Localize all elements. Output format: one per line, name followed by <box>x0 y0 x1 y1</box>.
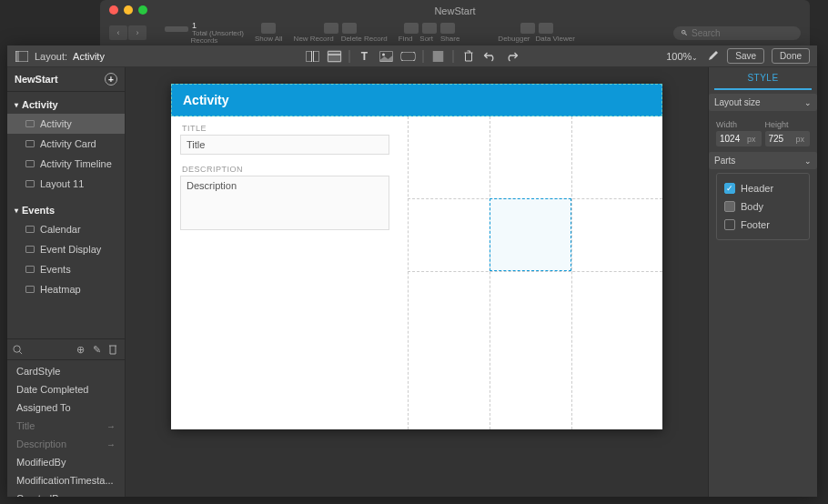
checkbox-icon[interactable]: ✓ <box>724 183 735 194</box>
save-button[interactable]: Save <box>727 48 764 64</box>
checkbox-icon[interactable] <box>724 201 735 212</box>
header-title: Activity <box>183 93 229 107</box>
unit-label: px <box>796 135 805 144</box>
zoom-level[interactable]: 100%⌄ <box>666 51 698 62</box>
sidebar-item-heatmap[interactable]: Heatmap <box>7 279 125 299</box>
svg-rect-1 <box>15 51 19 62</box>
layout-size-section[interactable]: Layout size ⌄ <box>709 94 817 111</box>
layout-group-events[interactable]: ▾ Events <box>7 201 125 219</box>
svg-rect-8 <box>401 52 416 61</box>
field-item[interactable]: Title→ <box>7 417 125 435</box>
layouts-sidebar: NewStart + ▾ Activity Activity Activity … <box>7 67 126 497</box>
redo-icon[interactable] <box>505 50 520 63</box>
layout-body-part[interactable]: TITLE Title DESCRIPTION Description <box>171 116 662 429</box>
button-tool-icon[interactable] <box>401 50 416 63</box>
undo-icon[interactable] <box>483 50 498 63</box>
description-field[interactable]: Description <box>180 176 389 230</box>
field-item[interactable]: CreatedBy <box>7 489 125 497</box>
group-label: Events <box>22 205 55 216</box>
minimize-window-icon[interactable] <box>124 5 133 15</box>
record-slider[interactable] <box>165 26 188 32</box>
part-checkbox-row[interactable]: ✓Header <box>722 179 803 197</box>
share-icon[interactable] <box>440 23 455 34</box>
layout-canvas[interactable]: Activity TITLE Title DESCRIPTION Descrip… <box>171 84 662 429</box>
canvas-area[interactable]: Activity TITLE Title DESCRIPTION Descrip… <box>126 67 708 497</box>
part-checkbox-row[interactable]: Footer <box>722 216 803 234</box>
layout-icon <box>25 140 35 147</box>
fields-search[interactable] <box>13 345 70 355</box>
sidebar-title: NewStart <box>15 74 58 85</box>
sidebar-item-layout-11[interactable]: Layout 11 <box>7 174 125 194</box>
delete-field-icon[interactable] <box>106 343 119 356</box>
sidebar-item-activity[interactable]: Activity <box>7 114 125 134</box>
layout-group-activity[interactable]: ▾ Activity <box>7 96 125 114</box>
title-label: TITLE <box>182 124 207 133</box>
view-layout-icon[interactable] <box>328 50 342 63</box>
fields-panel: ⊕ ✎ CardStyleDate CompletedAssigned ToTi… <box>7 338 125 497</box>
width-label: Width <box>716 120 762 129</box>
section-label: Layout size <box>714 97 761 107</box>
field-item[interactable]: Description→ <box>7 435 125 453</box>
svg-rect-4 <box>328 51 341 62</box>
data-viewer-icon[interactable] <box>539 23 553 34</box>
svg-rect-9 <box>433 51 444 62</box>
add-layout-button[interactable]: + <box>105 73 117 86</box>
background-window: NewStart ‹ › 1 Total (Unsorted) Records … <box>100 0 810 45</box>
sidebar-item-activity-card[interactable]: Activity Card <box>7 134 125 154</box>
svg-line-11 <box>19 351 22 354</box>
divider <box>423 50 424 63</box>
width-input-wrap[interactable]: px <box>716 131 762 146</box>
find-icon[interactable] <box>404 23 419 34</box>
text-tool-icon[interactable]: T <box>358 50 372 63</box>
sidebar-item-calendar[interactable]: Calendar <box>7 219 125 239</box>
delete-icon[interactable] <box>461 50 476 63</box>
divider <box>453 50 454 63</box>
forward-button[interactable]: › <box>128 25 146 40</box>
field-label: Title <box>16 420 35 431</box>
done-button[interactable]: Done <box>772 48 810 64</box>
sidebar-item-events[interactable]: Events <box>7 259 125 279</box>
chevron-down-icon: ▾ <box>15 207 18 215</box>
field-label: ModifiedBy <box>16 457 66 468</box>
part-checkbox-row[interactable]: Body <box>722 197 803 216</box>
arrow-right-icon: → <box>106 439 116 449</box>
debugger-icon[interactable] <box>520 23 535 34</box>
height-input-wrap[interactable]: px <box>765 131 811 146</box>
field-item[interactable]: ModificationTimesta... <box>7 471 125 489</box>
field-item[interactable]: Date Completed <box>7 380 125 398</box>
edit-field-icon[interactable]: ✎ <box>90 343 103 356</box>
bg-search-input[interactable] <box>692 28 793 38</box>
show-all-icon[interactable] <box>261 23 276 34</box>
new-record-icon[interactable] <box>324 23 338 34</box>
checkbox-icon[interactable] <box>724 219 735 230</box>
parts-section[interactable]: Parts ⌄ <box>709 152 817 169</box>
zoom-window-icon[interactable] <box>138 5 147 15</box>
delete-record-icon[interactable] <box>342 23 357 34</box>
search-icon <box>13 345 23 355</box>
sidebar-item-event-display[interactable]: Event Display <box>7 239 125 259</box>
close-window-icon[interactable] <box>109 5 118 15</box>
image-tool-icon[interactable] <box>379 50 394 63</box>
field-item[interactable]: ModifiedBy <box>7 453 125 471</box>
title-field[interactable]: Title <box>180 135 389 155</box>
guide-line <box>490 116 490 429</box>
bg-search[interactable]: 🔍︎ <box>673 26 801 40</box>
back-button[interactable]: ‹ <box>109 25 127 40</box>
view-columns-icon[interactable] <box>306 50 320 63</box>
layout-header-part[interactable]: Activity <box>171 84 662 116</box>
editor-topbar: Layout: Activity T 100%⌄ Save Done <box>7 45 817 67</box>
fill-tool-icon[interactable] <box>431 50 446 63</box>
brush-tool-icon[interactable] <box>705 50 720 63</box>
sidebar-item-label: Heatmap <box>40 284 81 295</box>
height-input[interactable] <box>769 134 796 144</box>
selection-box[interactable] <box>490 198 571 271</box>
sort-icon[interactable] <box>422 23 437 34</box>
add-field-icon[interactable]: ⊕ <box>74 343 86 356</box>
width-input[interactable] <box>720 134 747 144</box>
window-icon <box>15 50 29 63</box>
field-item[interactable]: CardStyle <box>7 362 125 380</box>
inspector-tab-style[interactable]: STYLE <box>714 67 812 90</box>
section-label: Parts <box>714 156 735 166</box>
sidebar-item-activity-timeline[interactable]: Activity Timeline <box>7 154 125 174</box>
field-item[interactable]: Assigned To <box>7 398 125 417</box>
